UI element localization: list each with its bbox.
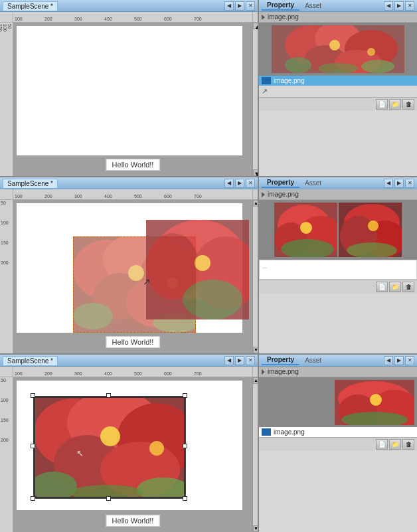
ruler-h-3: 100 200 300 400 500 600 700 — [13, 367, 252, 377]
scene-btn-left-1[interactable]: ◀ — [224, 1, 234, 11]
property-panel-1: Property Asset ◀ ▶ ✕ image.png — [259, 0, 417, 176]
prop-btn-right-2[interactable]: ▶ — [394, 179, 404, 188]
scene-close-3[interactable]: ✕ — [246, 356, 255, 365]
handle-bc[interactable] — [106, 496, 111, 501]
cursor-icon-1: ↗ — [262, 87, 268, 96]
handle-ml[interactable] — [31, 444, 35, 448]
canvas-area-3[interactable]: ↖ Hello World!! — [13, 377, 252, 532]
ruler-corner-1 — [0, 12, 13, 23]
prop-footer-folder-1[interactable]: 📁 — [389, 99, 401, 110]
scene-close-2[interactable]: ✕ — [246, 179, 255, 188]
scene-btn-right-2[interactable]: ▶ — [235, 179, 244, 188]
scroll-up-3[interactable]: ▲ — [253, 377, 258, 384]
scene-titlebar-1: SampleScene * ◀ ▶ ✕ — [0, 0, 258, 12]
hello-text-3: Hello World!! — [106, 515, 160, 527]
scroll-up-2[interactable]: ▲ — [253, 200, 258, 207]
prop-list-area-2[interactable]: ... — [259, 260, 417, 280]
property-panel-2: Property Asset ◀ ▶ ✕ image.png — [259, 177, 417, 353]
prop-footer-1: 📄 📁 🗑 — [259, 97, 417, 111]
prop-footer-delete-1[interactable]: 🗑 — [402, 99, 414, 110]
scene-tab-1[interactable]: SampleScene * — [3, 1, 58, 11]
scene-btn-right-1[interactable]: ▶ — [235, 1, 244, 11]
prop-tab-active-1[interactable]: Property — [262, 1, 299, 11]
scene-tab-2[interactable]: SampleScene * — [3, 179, 58, 188]
scroll-track-1[interactable] — [253, 29, 258, 169]
ruler-corner-r-1 — [252, 12, 258, 23]
scene-close-1[interactable]: ✕ — [246, 1, 255, 11]
handle-tl[interactable] — [31, 393, 35, 398]
prop-list-item-selected-1[interactable]: image.png — [259, 76, 417, 86]
property-panel-3: Property Asset ◀ ▶ ✕ image.png — [259, 355, 417, 532]
canvas-area-1[interactable]: Hello World!! — [13, 23, 252, 176]
ruler-h-content-3: 100 200 300 400 500 600 700 — [13, 367, 224, 376]
prop-controls-3: ◀ ▶ ✕ — [384, 356, 414, 365]
prop-btn-right-1[interactable]: ▶ — [394, 1, 404, 11]
prop-preview-3 — [259, 377, 417, 427]
prop-footer-delete-3[interactable]: 🗑 — [402, 439, 414, 450]
scroll-down-3[interactable]: ▼ — [253, 525, 258, 532]
handle-br[interactable] — [183, 496, 187, 501]
ruler-h-content-1: 100 200 300 400 500 600 700 — [13, 12, 224, 21]
handle-tc[interactable] — [106, 393, 111, 398]
prop-footer-delete-2[interactable]: 🗑 — [402, 282, 414, 292]
handle-mr[interactable] — [183, 444, 187, 448]
scrollbar-v-1[interactable]: ▲ ▼ — [252, 23, 258, 176]
ruler-corner-3 — [0, 367, 13, 377]
prop-footer-folder-3[interactable]: 📁 — [389, 439, 401, 450]
scroll-track-2[interactable] — [253, 207, 258, 347]
ruler-h-2: 100 200 300 400 500 600 700 — [13, 189, 252, 200]
prop-section-header-2: image.png — [259, 189, 417, 200]
prop-tab-inactive-3[interactable]: Asset — [299, 356, 327, 365]
prop-preview-2 — [259, 200, 417, 260]
prop-item-label-1: image.png — [274, 77, 305, 84]
r3-200: 200 — [44, 371, 74, 376]
prop-list-item-3[interactable]: image.png — [259, 427, 417, 437]
scene-btn-left-2[interactable]: ◀ — [224, 179, 234, 188]
scene-titlebar-3: SampleScene * ◀ ▶ ✕ — [0, 355, 258, 367]
rv2-150: 150 — [0, 240, 13, 260]
prop-footer-new-3[interactable]: 📄 — [376, 439, 388, 450]
prop-footer-folder-2[interactable]: 📁 — [389, 282, 401, 292]
prop-tab-inactive-1[interactable]: Asset — [299, 1, 327, 10]
prop-img-icon-3 — [262, 428, 271, 436]
scrollbar-v-3[interactable]: ▲ ▼ — [252, 377, 258, 532]
handle-bl[interactable] — [31, 496, 35, 501]
prop-tab-active-2[interactable]: Property — [262, 178, 299, 188]
r2-200: 200 — [44, 194, 74, 199]
scene-btn-right-3[interactable]: ▶ — [235, 356, 244, 365]
prop-footer-2: 📄 📁 🗑 — [259, 280, 417, 294]
handle-tr[interactable] — [183, 393, 187, 398]
prop-tab-active-3[interactable]: Property — [262, 355, 299, 365]
prop-close-1[interactable]: ✕ — [405, 1, 414, 11]
scroll-up-1[interactable]: ▲ — [253, 23, 258, 29]
prop-footer-new-1[interactable]: 📄 — [376, 99, 388, 110]
ruler-h-1: 100 200 300 400 500 600 700 — [13, 12, 252, 23]
ruler-h-content-2: 100 200 300 400 500 600 700 — [13, 189, 224, 199]
prop-btn-right-3[interactable]: ▶ — [394, 356, 404, 365]
prop-tab-inactive-2[interactable]: Asset — [299, 179, 327, 187]
scene-tab-3[interactable]: SampleScene * — [3, 356, 58, 365]
canvas-white-1 — [17, 26, 242, 155]
scroll-track-3[interactable] — [253, 384, 258, 525]
scroll-down-2[interactable]: ▼ — [253, 347, 258, 353]
panel-row-3: SampleScene * ◀ ▶ ✕ 100 200 300 400 500 … — [0, 355, 417, 532]
prop-btn-left-1[interactable]: ◀ — [384, 1, 393, 11]
scene-btn-left-3[interactable]: ◀ — [224, 356, 234, 365]
scroll-down-1[interactable]: ▼ — [253, 169, 258, 176]
canvas-area-2[interactable]: ↗ Hello World!! — [13, 200, 252, 353]
dropped-image-3[interactable] — [33, 396, 186, 499]
rv-50: 50 — [7, 24, 12, 44]
prop-close-2[interactable]: ✕ — [405, 179, 414, 188]
scrollbar-v-2[interactable]: ▲ ▼ — [252, 200, 258, 353]
prop-section-title-2: image.png — [268, 191, 299, 198]
rv-100: 100 — [3, 24, 7, 44]
prop-preview-svg-1 — [272, 25, 404, 73]
selection-border-3 — [34, 397, 185, 498]
prop-btn-left-3[interactable]: ◀ — [384, 356, 393, 365]
r3-300: 300 — [74, 371, 104, 376]
prop-close-3[interactable]: ✕ — [405, 356, 414, 365]
rv2-100: 100 — [0, 220, 13, 240]
svg-point-27 — [183, 280, 242, 319]
prop-btn-left-2[interactable]: ◀ — [384, 179, 393, 188]
prop-footer-new-2[interactable]: 📄 — [376, 282, 388, 292]
